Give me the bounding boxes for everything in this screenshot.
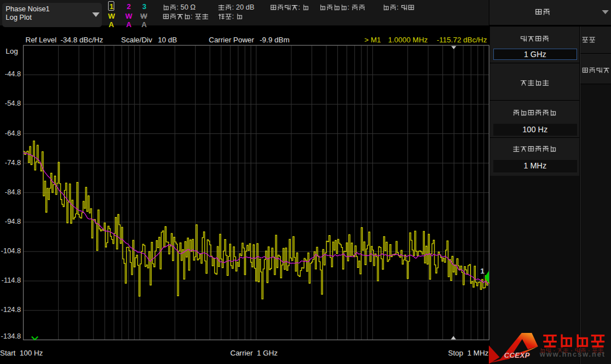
svg-text:1: 1: [480, 267, 484, 275]
svg-text:CCEXP: CCEXP: [504, 352, 530, 359]
